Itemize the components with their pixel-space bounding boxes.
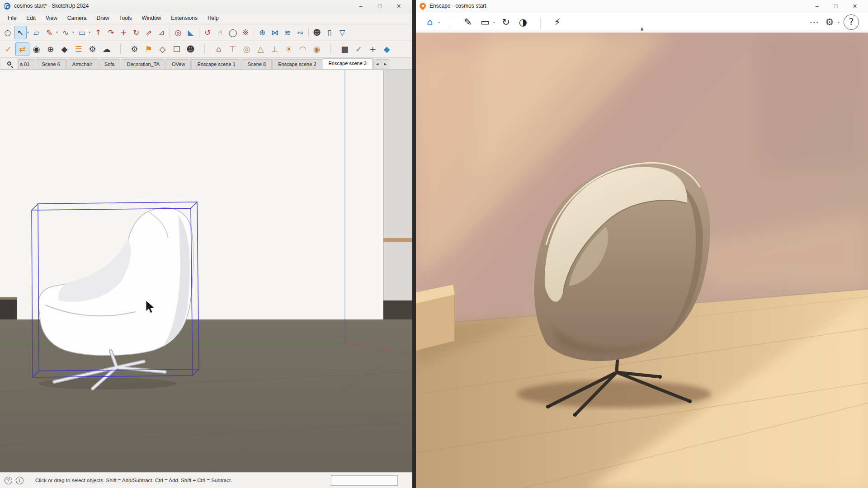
status-hint-text: Click or drag to select objects. Shift =… <box>35 478 232 483</box>
tab-camera-01[interactable]: a 01 <box>18 59 35 69</box>
flag-icon[interactable]: ⚑ <box>142 42 156 56</box>
compass-icon[interactable]: ▽ <box>336 26 349 39</box>
more-button[interactable]: ⋯ <box>807 14 822 30</box>
tab-enscape-scene-3[interactable]: Enscape scene 3 <box>323 58 373 69</box>
toolbar-separator <box>533 14 548 30</box>
account-icon[interactable]: ☻ <box>311 26 323 39</box>
move-icon[interactable]: + <box>117 26 130 39</box>
menu-item[interactable]: Window <box>137 13 166 23</box>
eraser-icon[interactable]: ▱ <box>30 26 43 39</box>
camera-icon[interactable]: ◉ <box>29 42 43 56</box>
sandbox-house-icon[interactable]: ⌂ <box>212 42 226 56</box>
tab-scene-6[interactable]: Scene 6 <box>36 59 66 69</box>
sandbox-tree-icon[interactable]: ⊥ <box>268 42 282 56</box>
zoom-icon[interactable]: ◯ <box>226 26 239 39</box>
paint-bucket-icon[interactable]: ◣ <box>184 26 197 39</box>
close-button[interactable]: ✕ <box>845 0 864 12</box>
menu-item[interactable]: View <box>41 13 62 23</box>
tabs-scroll-left-button[interactable]: ◀ <box>373 59 381 69</box>
shield-download-icon[interactable]: ◆ <box>57 42 71 56</box>
video-path-button[interactable]: ↻ <box>498 14 514 30</box>
tab-enscape-scene-1[interactable]: Enscape scene 1 <box>191 59 241 69</box>
rectangle-icon[interactable]: ▭ <box>75 26 88 39</box>
menu-item[interactable]: Draw <box>92 13 114 23</box>
orbit-icon[interactable]: ↺ <box>201 26 214 39</box>
rotate-icon[interactable]: ↻ <box>130 26 142 39</box>
toolbar-collapse-button[interactable]: ∧ <box>640 26 644 33</box>
minimize-button[interactable]: – <box>351 0 370 12</box>
pencil-icon[interactable]: ✎ <box>43 26 56 39</box>
avatar-sphere-icon[interactable]: ☻ <box>184 42 198 56</box>
menu-item[interactable]: Edit <box>21 13 41 23</box>
shield-outline-icon[interactable]: ◇ <box>156 42 170 56</box>
page-icon[interactable]: ▯ <box>323 26 336 39</box>
model-back-wall <box>0 70 412 321</box>
cloud-upload-icon[interactable]: ☁ <box>99 42 113 56</box>
settings-button[interactable]: ⚙ <box>822 14 837 30</box>
styles-check-icon[interactable]: ✓ <box>1 42 15 56</box>
cart-icon[interactable]: ☐ <box>170 42 184 56</box>
enscape-titlebar: Enscape - cosmos start –□✕ <box>416 0 868 12</box>
sketchup-viewport[interactable] <box>0 70 412 472</box>
zoom-window-icon[interactable]: ○ <box>1 26 14 39</box>
sandbox-rings-icon[interactable]: ◎ <box>240 42 254 56</box>
import-model-icon[interactable]: ⇄ <box>15 42 29 56</box>
info-icon[interactable]: i <box>16 477 24 484</box>
select-icon[interactable]: ↖ <box>14 26 27 39</box>
tab-scene-8[interactable]: Scene 8 <box>242 59 272 69</box>
menu-item[interactable]: Camera <box>62 13 92 23</box>
measurements-input[interactable] <box>331 475 398 486</box>
maximize-button[interactable]: □ <box>370 0 389 12</box>
tab-ovew[interactable]: OVew <box>166 59 191 69</box>
menu-item[interactable]: Help <box>203 13 224 23</box>
tabs-scroll-right-button[interactable]: ▶ <box>382 59 389 69</box>
scale-icon[interactable]: ⇗ <box>142 26 155 39</box>
geolocation-icon[interactable]: ? <box>5 477 12 484</box>
add-location-icon[interactable]: ⊕ <box>43 42 57 56</box>
tab-enscape-scene-2[interactable]: Enscape scene 2 <box>272 59 322 69</box>
offset-icon[interactable]: ◎ <box>172 26 184 39</box>
menu-item[interactable]: Extensions <box>166 13 203 23</box>
follow-me-icon[interactable]: ↷ <box>104 26 117 39</box>
push-pull-icon[interactable]: ↑ <box>92 26 104 39</box>
sandbox-sun-icon[interactable]: ☀ <box>282 42 296 56</box>
scene-search-button[interactable] <box>1 58 18 69</box>
tab-armchair[interactable]: Armchair <box>66 59 98 69</box>
sketchup-scene-canvas[interactable] <box>0 70 412 472</box>
menu-item[interactable]: Tools <box>114 13 137 23</box>
extension-curve-icon[interactable]: ∾ <box>294 26 307 39</box>
performance-button[interactable]: ⚡ <box>550 14 565 30</box>
enscape-render-canvas[interactable] <box>416 33 868 488</box>
sandbox-pedestal-icon[interactable]: ⊤ <box>226 42 240 56</box>
zoom-extents-icon[interactable]: ※ <box>239 26 252 39</box>
pan-icon[interactable]: ☝ <box>214 26 226 39</box>
export-button[interactable]: ✎ <box>460 14 476 30</box>
tab-sofa[interactable]: Sofa <box>99 59 121 69</box>
menu-item[interactable]: File <box>3 13 21 23</box>
maximize-button[interactable]: □ <box>826 0 845 12</box>
panorama-button[interactable]: ◑ <box>515 14 531 30</box>
help-button[interactable]: ? <box>844 14 859 30</box>
extension-wave-icon[interactable]: ⋈ <box>269 26 281 39</box>
arc-icon[interactable]: ∿ <box>59 26 72 39</box>
shield-check-icon[interactable]: ✓ <box>352 42 366 56</box>
axes-icon[interactable]: + <box>366 42 380 56</box>
sandbox-dome-icon[interactable]: ◠ <box>296 42 310 56</box>
sandbox-target-icon[interactable]: ◉ <box>310 42 324 56</box>
library-icon[interactable]: ☰ <box>71 42 85 56</box>
home-button[interactable]: ⌂ <box>422 14 438 30</box>
enscape-render-viewport[interactable] <box>416 33 868 488</box>
extension-layers-icon[interactable]: ≋ <box>281 26 294 39</box>
window-divider <box>412 0 416 488</box>
checker-icon[interactable]: ■ <box>338 42 352 56</box>
enscape-extension-icon[interactable]: ◆ <box>380 42 394 56</box>
sandbox-cone-icon[interactable]: △ <box>254 42 268 56</box>
close-button[interactable]: ✕ <box>389 0 408 12</box>
settings-gear-icon[interactable]: ⚙ <box>127 42 142 56</box>
gear-flower-icon[interactable]: ⚙ <box>85 42 99 56</box>
tab-decoration-ta[interactable]: Decoration_TA <box>121 59 165 69</box>
tape-measure-icon[interactable]: ⊿ <box>155 26 168 39</box>
minimize-button[interactable]: – <box>807 0 826 12</box>
extension-hexagon-icon[interactable]: ⊕ <box>256 26 269 39</box>
screenshot-button[interactable]: ▭ <box>477 14 493 30</box>
